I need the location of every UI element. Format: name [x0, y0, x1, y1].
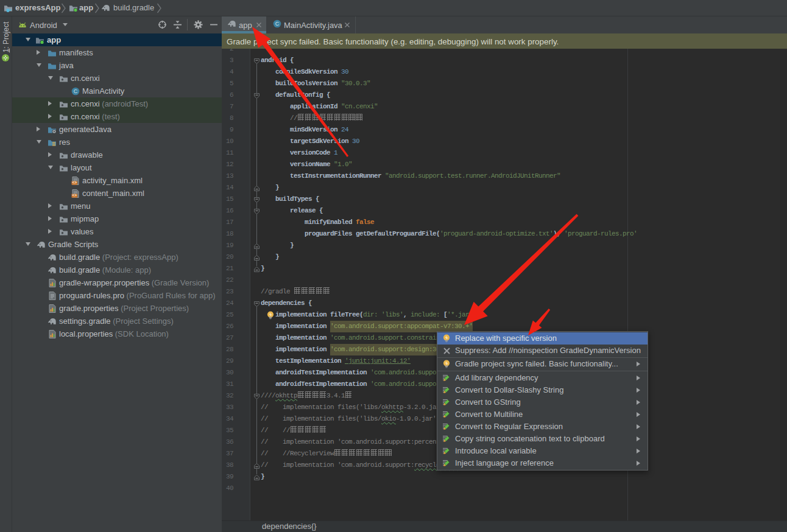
svg-text:<>: <> [72, 194, 77, 198]
svg-text:<>: <> [72, 181, 77, 185]
svg-text:C: C [275, 21, 280, 27]
svg-text:C: C [74, 88, 78, 94]
